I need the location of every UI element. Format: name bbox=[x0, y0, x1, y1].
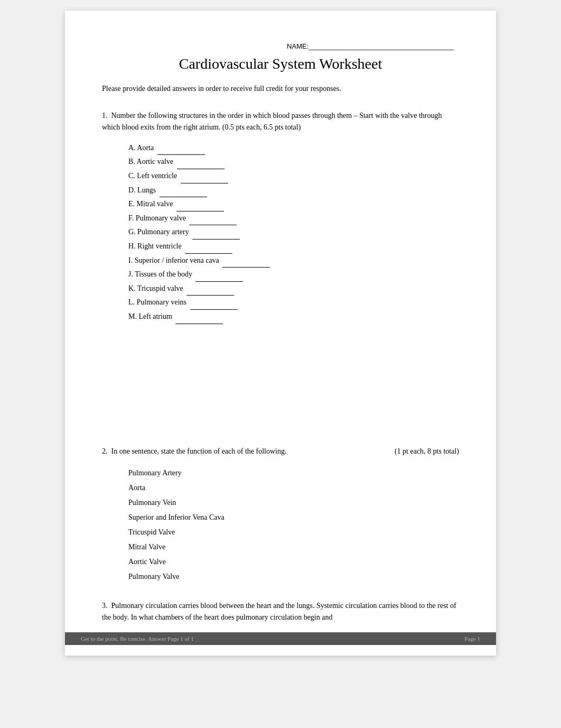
list-item: F. Pulmonary valve bbox=[128, 211, 459, 226]
answer-list-1: A. Aorta B. Aortic valve C. Left ventric… bbox=[128, 141, 459, 324]
list-item: Aortic Valve bbox=[128, 555, 459, 569]
list-item: Superior and Inferior Vena Cava bbox=[128, 510, 459, 525]
worksheet-page: NAME:___________________________________… bbox=[65, 11, 496, 656]
instructions: Please provide detailed answers in order… bbox=[102, 83, 459, 94]
list-item: D. Lungs bbox=[128, 183, 459, 198]
list-item: A. Aorta bbox=[128, 141, 459, 155]
footer: Get to the point. Be concise. Answer Pag… bbox=[65, 632, 496, 645]
list-item: J. Tissues of the body bbox=[128, 268, 459, 282]
question-1: 1. Number the following structures in th… bbox=[102, 110, 459, 324]
question-1-header: 1. Number the following structures in th… bbox=[102, 110, 459, 134]
list-item: Pulmonary Artery bbox=[128, 466, 459, 481]
list-item: Pulmonary Vein bbox=[128, 495, 459, 510]
list-item: Tricuspid Valve bbox=[128, 525, 459, 540]
page-title: Cardiovascular System Worksheet bbox=[102, 56, 459, 72]
question-2: 2. In one sentence, state the function o… bbox=[102, 446, 459, 584]
list-item: E. Mitral valve bbox=[128, 197, 459, 211]
list-item: Aorta bbox=[128, 481, 459, 495]
list-item: I. Superior / inferior vena cava bbox=[128, 254, 459, 268]
name-field: NAME:___________________________________… bbox=[102, 42, 459, 50]
list-item: H. Right ventricle bbox=[128, 239, 459, 254]
list-item: Mitral Valve bbox=[128, 540, 459, 555]
list-item: G. Pulmonary artery bbox=[128, 225, 459, 239]
list-item: Pulmonary Valve bbox=[128, 569, 459, 584]
list-item: K. Tricuspid valve bbox=[128, 282, 459, 296]
footer-right: Page 1 bbox=[464, 635, 480, 642]
list-item: L. Pulmonary veins bbox=[128, 296, 459, 310]
question-3: 3. Pulmonary circulation carries blood b… bbox=[102, 600, 459, 624]
question-2-header: 2. In one sentence, state the function o… bbox=[102, 446, 459, 457]
list-item: C. Left ventricle bbox=[128, 169, 459, 183]
function-list: Pulmonary Artery Aorta Pulmonary Vein Su… bbox=[128, 466, 459, 584]
footer-left: Get to the point. Be concise. Answer Pag… bbox=[81, 635, 194, 642]
list-item: M. Left atrium bbox=[128, 310, 459, 324]
list-item: B. Aortic valve bbox=[128, 155, 459, 169]
